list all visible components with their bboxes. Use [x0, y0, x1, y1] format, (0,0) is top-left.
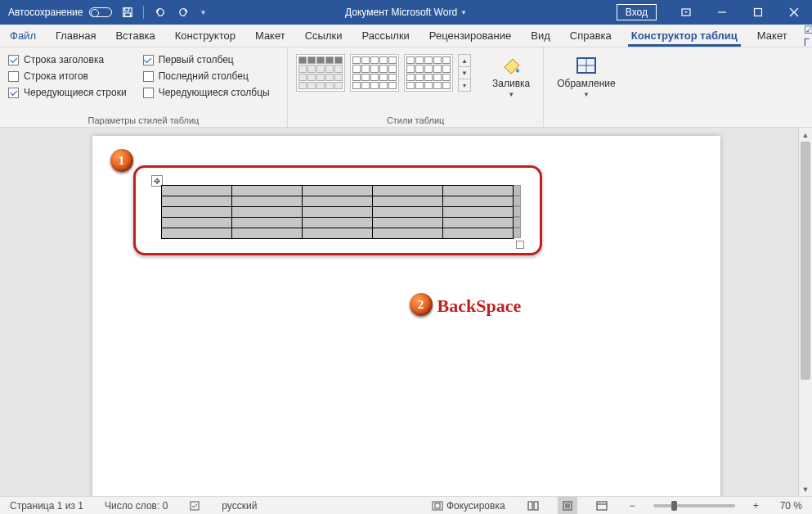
zoom-level[interactable]: 70 % [777, 497, 805, 514]
scroll-up-icon[interactable]: ▲ [799, 128, 812, 142]
title-bar: Автосохранение ▼ Документ Microsoft Word… [0, 0, 812, 25]
group-table-styles: ▲ ▼ ▾ Заливка ▼ Стили таблиц [288, 47, 544, 127]
scroll-thumb[interactable] [801, 142, 810, 380]
checkbox-banded-rows[interactable]: Чередующиеся строки [8, 87, 127, 98]
ribbon-tabs: Файл Главная Вставка Конструктор Макет С… [0, 25, 812, 47]
checkbox-first-column[interactable]: Первый столбец [143, 54, 270, 65]
status-bar: Страница 1 из 1 Число слов: 0 русский Фо… [0, 496, 812, 514]
svg-rect-13 [435, 503, 440, 508]
autosave-label: Автосохранение [8, 7, 83, 18]
checkbox-header-row[interactable]: Строка заголовка [8, 54, 127, 65]
table-row-markers [514, 185, 521, 238]
table-style-gallery[interactable]: ▲ ▼ ▾ [296, 51, 471, 92]
word-table[interactable] [161, 185, 514, 239]
close-icon[interactable] [776, 0, 812, 25]
table-style-thumb[interactable] [296, 54, 345, 92]
tab-references[interactable]: Ссылки [295, 25, 352, 47]
annotation-backspace: BackSpace [437, 295, 522, 317]
document-workspace: 1 ✥ 2 BackSpace ▲ ▼ [0, 128, 812, 496]
status-word-count[interactable]: Число слов: 0 [101, 497, 171, 514]
view-web-icon[interactable] [592, 497, 612, 515]
svg-rect-15 [534, 502, 538, 510]
group-borders: Обрамление ▼ [544, 47, 628, 127]
ribbon: Строка заголовка Строка итогов Чередующи… [0, 47, 812, 128]
document-title: Документ Microsoft Word▼ [345, 7, 467, 18]
status-page[interactable]: Страница 1 из 1 [7, 497, 87, 514]
scroll-down-icon[interactable]: ▼ [799, 482, 812, 496]
zoom-in-icon[interactable]: + [750, 497, 762, 514]
tab-view[interactable]: Вид [521, 25, 560, 47]
table-style-thumb[interactable] [350, 54, 399, 92]
ribbon-collapse-icon[interactable]: ☑ Г [797, 25, 812, 47]
svg-rect-1 [125, 8, 129, 11]
svg-rect-5 [755, 9, 762, 16]
autosave-toggle[interactable] [89, 7, 112, 17]
tab-constructor[interactable]: Конструктор [165, 25, 245, 47]
checkbox-banded-columns[interactable]: Чередующиеся столбцы [143, 87, 270, 98]
gallery-up-icon[interactable]: ▲ [459, 55, 470, 67]
zoom-out-icon[interactable]: − [626, 497, 639, 514]
gallery-scroll[interactable]: ▲ ▼ ▾ [458, 54, 471, 92]
focus-mode-button[interactable]: Фокусировка [428, 497, 509, 514]
view-print-icon[interactable] [558, 497, 577, 515]
save-icon[interactable] [119, 3, 137, 21]
svg-rect-2 [125, 13, 131, 16]
chevron-down-icon: ▼ [583, 91, 590, 98]
gallery-more-icon[interactable]: ▾ [459, 79, 470, 91]
login-button[interactable]: Вход [617, 4, 657, 20]
view-read-icon[interactable] [523, 497, 543, 515]
tab-file[interactable]: Файл [0, 25, 46, 47]
undo-icon[interactable] [150, 3, 168, 21]
tab-help[interactable]: Справка [560, 25, 621, 47]
status-language[interactable]: русский [218, 497, 260, 514]
table-resize-handle[interactable] [516, 241, 524, 249]
borders-button[interactable]: Обрамление ▼ [552, 51, 620, 114]
tab-table-layout[interactable]: Макет [747, 25, 797, 47]
bucket-icon [498, 54, 524, 77]
svg-rect-11 [191, 502, 199, 510]
svg-rect-14 [528, 502, 532, 510]
tab-insert[interactable]: Вставка [105, 25, 164, 47]
borders-icon [573, 54, 599, 77]
gallery-down-icon[interactable]: ▼ [459, 67, 470, 79]
vertical-scrollbar[interactable]: ▲ ▼ [798, 128, 812, 496]
spellcheck-icon[interactable] [186, 497, 204, 514]
maximize-icon[interactable] [740, 0, 776, 25]
tab-home[interactable]: Главная [46, 25, 105, 47]
shading-button[interactable]: Заливка ▼ [487, 51, 535, 98]
table-style-thumb[interactable] [404, 54, 453, 92]
callout-badge-1: 1 [110, 149, 133, 172]
tab-mailings[interactable]: Рассылки [352, 25, 419, 47]
group-label-styles: Стили таблиц [296, 114, 535, 125]
svg-rect-20 [597, 502, 607, 510]
tab-table-design[interactable]: Конструктор таблиц [621, 25, 747, 47]
group-table-style-options: Строка заголовка Строка итогов Чередующи… [0, 47, 288, 127]
checkbox-last-column[interactable]: Последний столбец [143, 70, 270, 82]
chevron-down-icon: ▼ [508, 91, 514, 98]
redo-icon[interactable] [175, 3, 193, 21]
checkbox-total-row[interactable]: Строка итогов [8, 70, 127, 82]
tab-review[interactable]: Рецензирование [419, 25, 521, 47]
zoom-slider[interactable] [653, 504, 735, 507]
document-page[interactable]: 1 ✥ 2 BackSpace [92, 136, 720, 496]
ribbon-display-icon[interactable] [668, 0, 704, 25]
minimize-icon[interactable] [704, 0, 740, 25]
group-label-options: Параметры стилей таблиц [8, 114, 279, 125]
callout-badge-2: 2 [410, 293, 433, 316]
tab-layout[interactable]: Макет [245, 25, 295, 47]
